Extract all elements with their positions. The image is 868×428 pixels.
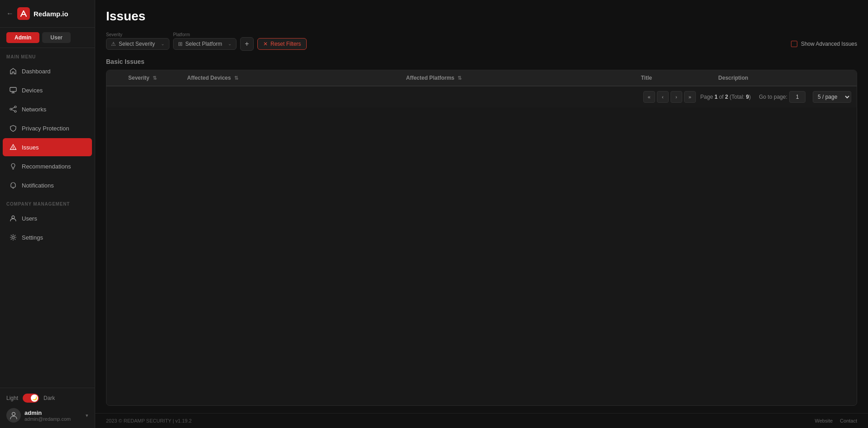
admin-role-button[interactable]: Admin xyxy=(6,32,39,43)
sidebar-item-label-privacy: Privacy Protection xyxy=(22,125,69,132)
sidebar-item-settings[interactable]: Settings xyxy=(3,228,92,246)
top-bar: Issues Severity ⚠ Select Severity ⌄ Plat… xyxy=(95,0,868,58)
sidebar-item-label-networks: Networks xyxy=(22,106,46,113)
svg-point-4 xyxy=(14,111,16,112)
last-page-button[interactable]: » xyxy=(684,91,696,103)
person-icon xyxy=(9,214,17,222)
sidebar-item-label-devices: Devices xyxy=(22,87,43,94)
user-name: admin xyxy=(24,409,82,416)
sidebar-item-networks[interactable]: Networks xyxy=(3,100,92,118)
sidebar-item-label-dashboard: Dashboard xyxy=(22,68,51,75)
section-title: Basic Issues xyxy=(106,58,857,65)
sidebar-item-label-notifications: Notifications xyxy=(22,182,54,189)
th-title[interactable]: Title xyxy=(636,70,713,86)
bell-icon xyxy=(9,181,17,189)
footer-links: Website Contact xyxy=(815,418,857,423)
sort-icon: ⇅ xyxy=(153,75,157,81)
issues-table: Severity ⇅ Affected Devices ⇅ Affected P… xyxy=(106,70,857,86)
severity-chevron-icon: ⌄ xyxy=(161,41,164,46)
sidebar-bottom: Light 🌙 Dark admin admin@redamp.com ▾ xyxy=(0,388,95,428)
reset-label: Reset Filters xyxy=(270,41,301,47)
svg-point-13 xyxy=(12,413,15,416)
svg-line-5 xyxy=(12,107,14,109)
main-menu-label: MAIN MENU xyxy=(0,48,95,61)
svg-rect-1 xyxy=(10,87,16,91)
svg-point-8 xyxy=(13,149,13,149)
grid-icon: ⊞ xyxy=(178,41,183,47)
platforms-sort-icon: ⇅ xyxy=(458,75,462,81)
monitor-icon xyxy=(9,86,17,94)
sidebar-item-label-recommendations: Recommendations xyxy=(22,163,71,170)
page-title: Issues xyxy=(106,9,857,24)
th-expand xyxy=(106,70,123,86)
sidebar-item-issues[interactable]: Issues xyxy=(3,138,92,156)
sidebar-item-dashboard[interactable]: Dashboard xyxy=(3,62,92,80)
platform-filter-label: Platform xyxy=(173,32,236,37)
th-severity[interactable]: Severity ⇅ xyxy=(123,70,182,86)
gear-icon xyxy=(9,233,17,241)
platform-filter-select[interactable]: ⊞ Select Platform ⌄ xyxy=(173,38,236,50)
total-items: 9 xyxy=(746,94,749,100)
platform-filter-group: Platform ⊞ Select Platform ⌄ xyxy=(173,32,236,50)
user-email: admin@redamp.com xyxy=(24,416,82,422)
advanced-checkbox[interactable] xyxy=(791,41,797,47)
table-header: Severity ⇅ Affected Devices ⇅ Affected P… xyxy=(106,70,857,86)
contact-link[interactable]: Contact xyxy=(840,418,857,423)
copyright: 2023 © REDAMP SECURITY | v1.19.2 xyxy=(106,418,192,423)
dark-mode-toggle[interactable]: 🌙 xyxy=(23,394,39,403)
sidebar-item-label-issues: Issues xyxy=(22,144,39,151)
sidebar-header: ← Redamp.io xyxy=(0,0,95,28)
th-description: Description xyxy=(713,70,857,86)
sidebar-item-devices[interactable]: Devices xyxy=(3,81,92,99)
svg-line-6 xyxy=(12,110,14,111)
logo-icon xyxy=(17,7,30,20)
theme-toggle[interactable]: Light 🌙 Dark xyxy=(6,394,88,403)
next-page-button[interactable]: › xyxy=(670,91,682,103)
user-info[interactable]: admin admin@redamp.com ▾ xyxy=(6,408,88,423)
warning-icon xyxy=(9,143,17,151)
devices-sort-icon: ⇅ xyxy=(234,75,238,81)
user-chevron-icon[interactable]: ▾ xyxy=(86,413,88,418)
website-link[interactable]: Website xyxy=(815,418,833,423)
issues-table-container: Severity ⇅ Affected Devices ⇅ Affected P… xyxy=(106,70,857,406)
sidebar-item-privacy[interactable]: Privacy Protection xyxy=(3,119,92,137)
brand-name: Redamp.io xyxy=(34,10,68,18)
goto-label: Go to page: xyxy=(759,94,787,100)
advanced-issues-toggle[interactable]: Show Advanced Issues xyxy=(791,41,857,47)
th-affected-devices[interactable]: Affected Devices ⇅ xyxy=(182,70,400,86)
toggle-knob: 🌙 xyxy=(31,394,38,402)
platform-placeholder: Select Platform xyxy=(185,41,222,47)
warning-small-icon: ⚠ xyxy=(111,41,116,47)
shield-icon xyxy=(9,124,17,132)
add-filter-button[interactable]: + xyxy=(240,37,254,51)
sidebar-back-button[interactable]: ← xyxy=(6,10,14,18)
bulb-icon xyxy=(9,162,17,170)
prev-page-button[interactable]: ‹ xyxy=(657,91,669,103)
severity-filter-label: Severity xyxy=(106,32,169,37)
company-management-label: COMPANY MANAGEMENT xyxy=(0,195,95,208)
sidebar-item-label-settings: Settings xyxy=(22,234,43,241)
per-page-select[interactable]: 5 / page 10 / page 20 / page xyxy=(813,91,851,103)
x-icon: ✕ xyxy=(263,41,268,47)
house-icon xyxy=(9,67,17,75)
advanced-label: Show Advanced Issues xyxy=(801,41,857,47)
main-content: Issues Severity ⚠ Select Severity ⌄ Plat… xyxy=(95,0,868,428)
svg-point-12 xyxy=(12,236,14,239)
current-page: 1 xyxy=(714,94,718,100)
severity-filter-select[interactable]: ⚠ Select Severity ⌄ xyxy=(106,38,169,50)
th-affected-platforms[interactable]: Affected Platforms ⇅ xyxy=(400,70,635,86)
svg-point-3 xyxy=(10,108,12,110)
reset-filters-button[interactable]: ✕ Reset Filters xyxy=(257,38,307,50)
platform-chevron-icon: ⌄ xyxy=(228,41,231,46)
nav-items: MAIN MENU Dashboard Devices xyxy=(0,48,95,388)
first-page-button[interactable]: « xyxy=(643,91,655,103)
svg-rect-0 xyxy=(17,7,30,20)
light-label: Light xyxy=(6,395,18,401)
sidebar-item-recommendations[interactable]: Recommendations xyxy=(3,157,92,175)
goto-input[interactable] xyxy=(789,91,805,103)
sidebar-item-users[interactable]: Users xyxy=(3,209,92,227)
user-role-button[interactable]: User xyxy=(42,32,71,43)
avatar xyxy=(6,408,21,423)
footer: 2023 © REDAMP SECURITY | v1.19.2 Website… xyxy=(95,413,868,428)
sidebar-item-notifications[interactable]: Notifications xyxy=(3,176,92,194)
